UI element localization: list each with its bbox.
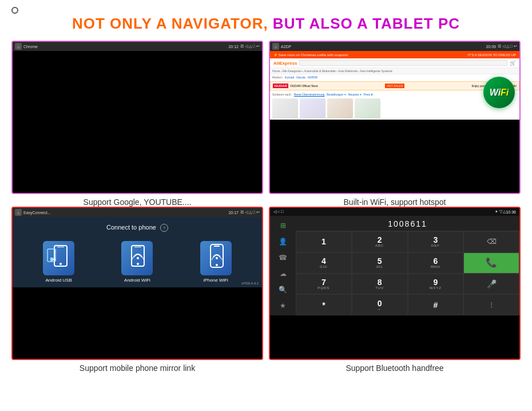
- dialer-nav-icons: ◁ ○ □: [273, 210, 283, 214]
- key-hash[interactable]: #: [408, 294, 464, 315]
- ali-store-banner: ISUDAR ISUDAR Official Store HOT SALES E…: [270, 81, 519, 90]
- svg-rect-20: [50, 258, 53, 261]
- product-4[interactable]: [355, 98, 380, 118]
- key-5[interactable]: 5 JKL: [352, 252, 408, 274]
- key-0[interactable]: 0 +: [352, 294, 408, 315]
- key-8[interactable]: 8 TUV: [352, 274, 408, 295]
- filter-dacula[interactable]: Dacula: [296, 76, 305, 79]
- sidebar-contacts-icon[interactable]: 👤: [274, 234, 292, 249]
- connect-option-iphone-wifi[interactable]: iPhone WiFi: [200, 241, 232, 283]
- ali-filters: Marken: Euroad Dacula ASROK: [270, 74, 519, 80]
- sidebar-search-icon[interactable]: 🔍: [274, 282, 292, 297]
- svg-point-27: [216, 264, 218, 266]
- key-2[interactable]: 2 ABC: [352, 231, 408, 252]
- ali-time: 20:09: [486, 45, 496, 49]
- youtube-caption: Support Google, YOUTUBE....: [84, 197, 192, 207]
- connect-option-android-wifi[interactable]: Android WiFi: [121, 241, 153, 283]
- ali-status-icons: ☰ ◁ △ □ ↩: [498, 44, 517, 49]
- connect-title: Connect to phone: [106, 224, 156, 231]
- aliexpress-content: ⚡ Save more on Christmas outfits with co…: [270, 51, 519, 120]
- feature-grid: ⌂ Chrome 20:12 ☰ ◁ △ □ ↩: [11, 41, 521, 373]
- youtube-status-bar: ⌂ Chrome 20:12 ☰ ◁ △ □ ↩: [13, 42, 262, 51]
- sidebar-recents-icon[interactable]: ☎: [274, 250, 292, 265]
- cell-youtube: ⌂ Chrome 20:12 ☰ ◁ △ □ ↩: [11, 41, 263, 207]
- title-part2: BUT ALSO A TABLET PC: [268, 15, 460, 32]
- dial-keypad: 1 2 ABC 3 DEF: [296, 231, 519, 315]
- sidebar-voicemail-icon[interactable]: ☁: [274, 266, 292, 281]
- ali-caption: Built-in WiFi, support hotspot: [344, 197, 446, 207]
- android-wifi-icon-box: [121, 241, 153, 275]
- key-9[interactable]: 9 WXYZ: [408, 274, 464, 295]
- wifi-label: WiFi: [490, 88, 509, 97]
- youtube-app-label: Chrome: [23, 45, 38, 49]
- key-7[interactable]: 7 PQRS: [296, 274, 352, 295]
- mic-icon: 🎤: [487, 280, 497, 288]
- key-backspace[interactable]: ⌫: [463, 231, 519, 252]
- iphone-wifi-icon-box: [200, 241, 232, 275]
- sort-label: Sortieren nach:: [272, 93, 292, 96]
- filter-asrok[interactable]: ASROK: [308, 76, 318, 79]
- sort-newest[interactable]: Neueste ▾: [348, 93, 362, 96]
- connect-option-android-usb[interactable]: Android USB: [43, 241, 74, 283]
- sort-bestseller[interactable]: Beste Übereinstimmung: [294, 93, 324, 96]
- key-menu[interactable]: ⋮: [463, 294, 519, 315]
- key-mic[interactable]: 🎤: [463, 274, 519, 295]
- key-4[interactable]: 4 GHI: [296, 252, 352, 274]
- key-6[interactable]: 6 MNO: [408, 252, 464, 274]
- dialer-body: ⊞ 👤 ☎ ☁ 🔍 ★ 1008611: [270, 216, 519, 315]
- ali-app-label: A2DP: [281, 45, 291, 49]
- key-star[interactable]: *: [296, 294, 352, 315]
- help-icon[interactable]: ?: [160, 224, 168, 232]
- sort-orders[interactable]: Bestellungen ▾: [327, 93, 346, 96]
- dialer-time: 10:36: [506, 210, 516, 214]
- product-2[interactable]: [300, 98, 325, 118]
- sidebar-dialpad-icon[interactable]: ⊞: [274, 218, 292, 233]
- title-part1: NOT ONLY A NAVIGATOR,: [72, 15, 268, 32]
- ali-breadcrumb: Home › Alle Kategorien › Automobile & Mo…: [270, 68, 519, 74]
- dialer-number-display: 1008611: [296, 216, 519, 231]
- filter-euroad[interactable]: Euroad: [285, 76, 294, 79]
- ali-banner: ⚡ Save more on Christmas outfits with co…: [270, 51, 519, 58]
- android-wifi-svg: [121, 241, 153, 275]
- wifi-badge: WiFi: [483, 77, 515, 108]
- connect-home-icon[interactable]: ⌂: [15, 209, 22, 216]
- ali-screen-frame: ⌂ A2DP 20:09 ☰ ◁ △ □ ↩ ⚡ Save more on Ch…: [269, 41, 521, 194]
- key-call[interactable]: 📞: [463, 252, 519, 274]
- call-icon: 📞: [486, 258, 497, 267]
- page-title: NOT ONLY A NAVIGATOR, BUT ALSO A TABLET …: [72, 15, 460, 32]
- ali-products: [270, 97, 519, 120]
- ali-cart-icon[interactable]: 🛒: [510, 60, 516, 66]
- cell-connect: ⌂ EasyConnect... 20:17 ☰ ◁ △ □ ↩ Connect…: [11, 207, 263, 373]
- connect-caption: Support mobile phone mirror link: [80, 363, 195, 373]
- youtube-status-icons: ☰ ◁ △ □ ↩: [240, 44, 260, 49]
- backspace-icon: ⌫: [487, 238, 497, 246]
- connect-title-area: Connect to phone ?: [13, 217, 262, 236]
- page-container: NOT ONLY A NAVIGATOR, BUT ALSO A TABLET …: [0, 0, 532, 411]
- connect-status-bar: ⌂ EasyConnect... 20:17 ☰ ◁ △ □ ↩: [13, 208, 262, 217]
- ali-home-icon[interactable]: ⌂: [272, 43, 279, 50]
- sort-price[interactable]: Preis ⬆: [364, 93, 374, 96]
- dialer-caption: Support Bluetooth handfree: [346, 363, 443, 373]
- home-icon[interactable]: ⌂: [15, 43, 22, 50]
- svg-point-17: [59, 263, 62, 265]
- android-usb-svg: [43, 241, 74, 275]
- key-3[interactable]: 3 DEF: [408, 231, 464, 252]
- svg-point-28: [216, 257, 218, 259]
- svg-rect-22: [134, 247, 141, 247]
- product-3[interactable]: [327, 98, 353, 118]
- connect-content: Connect to phone ?: [13, 217, 262, 287]
- isudar-badge: ISUDAR: [273, 84, 288, 88]
- circle-decoration: [11, 7, 18, 14]
- ali-search-input[interactable]: [299, 60, 507, 66]
- aliexpress-logo: AliExpress: [273, 61, 297, 66]
- dialer-main: 1008611 1 2 ABC: [296, 216, 519, 315]
- connect-options: Android USB: [13, 236, 262, 287]
- product-1[interactable]: [272, 98, 298, 118]
- sidebar-more-icon[interactable]: ★: [274, 298, 292, 313]
- ali-banner-text: ⚡ Save more on Christmas outfits with co…: [273, 53, 348, 57]
- youtube-screen-frame: ⌂ Chrome 20:12 ☰ ◁ △ □ ↩: [11, 41, 263, 194]
- connect-app-label: EasyConnect...: [23, 211, 50, 215]
- key-1[interactable]: 1: [296, 231, 352, 252]
- filter-marken: Marken:: [272, 76, 283, 79]
- svg-rect-16: [57, 247, 64, 247]
